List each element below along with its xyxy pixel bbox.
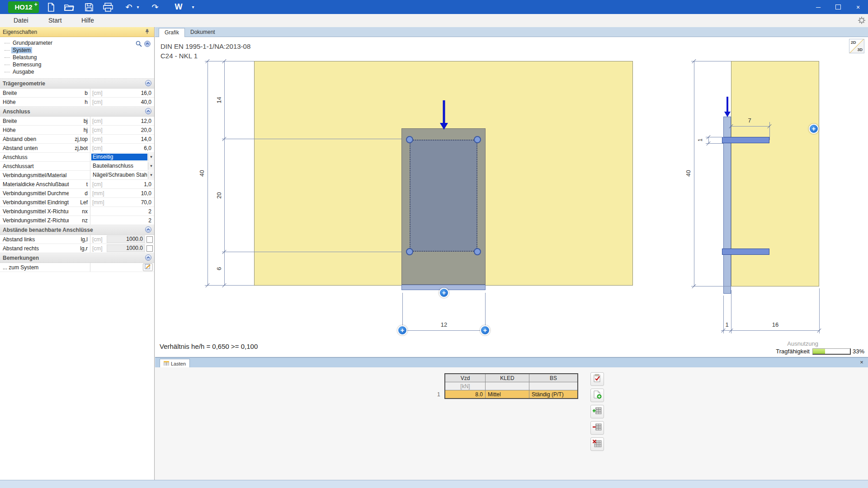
- materialdicke-input[interactable]: [cm]1,0: [90, 180, 154, 188]
- menu-bar: Datei Start Hilfe: [0, 14, 868, 28]
- abstand-rechts-checkbox[interactable]: [146, 245, 153, 252]
- table-row-plus-icon: [593, 407, 602, 416]
- search-button[interactable]: [136, 41, 142, 49]
- eindringtiefe-input[interactable]: [mm]70,0: [90, 198, 154, 206]
- tab-grafik[interactable]: Grafik: [159, 28, 185, 38]
- section-anschluss: Anschluss: [0, 107, 154, 117]
- design-code-text: DIN EN 1995-1-1/NA:2013-08: [160, 42, 250, 50]
- load-vzd-cell[interactable]: 8.0: [445, 390, 486, 399]
- view-2d3d-toggle[interactable]: 2D 3D: [849, 39, 864, 53]
- abstand-oben-input[interactable]: [cm]14,0: [90, 135, 154, 143]
- save-floppy-icon: [85, 3, 94, 12]
- undo-button[interactable]: ↶: [123, 1, 135, 13]
- word-icon: W: [175, 2, 183, 12]
- new-file-button[interactable]: [45, 1, 57, 13]
- col-header-vzd: Vzd: [445, 374, 486, 382]
- abstand-links-input[interactable]: 1000.0: [107, 235, 145, 243]
- app-logo-ho12: HO12 +: [8, 1, 39, 13]
- verbindungsmittel-material-select[interactable]: Nägel/Schrauben Stahl/H ▾: [90, 171, 154, 179]
- close-button[interactable]: ×: [848, 0, 868, 14]
- tree-item-grundparameter[interactable]: Grundparameter: [0, 39, 154, 47]
- add-button-bottom-right[interactable]: +: [480, 325, 490, 335]
- table-delete-icon: [593, 440, 602, 449]
- edit-remark-button[interactable]: [143, 263, 153, 271]
- menu-hilfe[interactable]: Hilfe: [76, 14, 99, 27]
- pin-button[interactable]: [144, 28, 151, 35]
- toolbar-options-button[interactable]: ▾: [190, 1, 196, 13]
- ratio-status-text: Verhältnis he/h = 0,650 >= 0,100: [160, 343, 258, 350]
- material-class-text: C24 - NKL 1: [160, 52, 198, 60]
- insert-row-button[interactable]: [590, 405, 604, 418]
- table-row-minus-icon: [593, 423, 602, 432]
- abstand-unten-input[interactable]: [cm]6,0: [90, 144, 154, 152]
- menu-datei[interactable]: Datei: [8, 14, 34, 27]
- pin-icon: [144, 29, 150, 36]
- maximize-button[interactable]: [828, 0, 848, 14]
- status-bar: [0, 480, 868, 488]
- property-row-anschluss: Anschluss Einseitig ▾: [0, 153, 154, 162]
- dropdown-caret-icon[interactable]: ▾: [148, 171, 154, 179]
- app-logo-plus: +: [34, 0, 38, 10]
- edit-loads-button[interactable]: [590, 372, 604, 386]
- abstand-rechts-field: [cm] 1000.0: [90, 244, 154, 253]
- fastener-bottom-right: [474, 248, 481, 255]
- redo-button[interactable]: ↷: [149, 1, 161, 13]
- tree-item-bemessung[interactable]: Bemessung: [0, 61, 154, 68]
- anschlussart-select[interactable]: Bauteilanschluss ▾: [90, 162, 154, 170]
- open-file-button[interactable]: [63, 1, 75, 13]
- breite-bj-input[interactable]: [cm]12,0: [90, 117, 154, 125]
- connection-area[interactable]: [410, 140, 477, 252]
- delete-row-button[interactable]: [590, 421, 604, 435]
- anschluss-select[interactable]: Einseitig ▾: [90, 153, 154, 161]
- load-kled-cell[interactable]: Mittel: [486, 390, 529, 399]
- col-header-bs: BS: [529, 374, 578, 382]
- load-row-number: 1: [437, 391, 440, 398]
- utilization-label: Tragfähigkeit: [776, 348, 810, 355]
- tree-item-belastung[interactable]: Belastung: [0, 54, 154, 61]
- fastener-top-right: [474, 136, 481, 143]
- nx-input[interactable]: 2: [90, 207, 154, 216]
- collapse-section-button[interactable]: [145, 80, 151, 86]
- tree-connector: [5, 72, 10, 72]
- abstand-links-checkbox[interactable]: [146, 236, 153, 243]
- property-row-verbindungsmittel-material: Verbindungsmittel/Material Nägel/Schraub…: [0, 171, 154, 180]
- hoehe-h-input[interactable]: [cm]40,0: [90, 98, 154, 106]
- minimize-button[interactable]: ─: [808, 0, 828, 14]
- add-button-bottom-left[interactable]: +: [397, 325, 407, 335]
- close-loads-panel-button[interactable]: ×: [858, 359, 865, 366]
- dropdown-caret-icon[interactable]: ▾: [148, 162, 154, 170]
- property-row-anschlussart: Anschlussart Bauteilanschluss ▾: [0, 162, 154, 171]
- dim-line: [694, 61, 694, 286]
- collapse-section-button[interactable]: [145, 226, 151, 233]
- abstand-rechts-input[interactable]: 1000.0: [107, 244, 145, 252]
- property-row-abstand-unten: Abstand untenzj,bot [cm]6,0: [0, 144, 154, 153]
- property-row-durchmesser: Verbindungsmittel Durchmesserd [mm]10,0: [0, 189, 154, 198]
- nz-input[interactable]: 2: [90, 216, 154, 225]
- save-button[interactable]: [83, 1, 95, 13]
- tree-item-system[interactable]: System: [0, 47, 154, 54]
- bemerkung-field[interactable]: [90, 263, 154, 272]
- dropdown-caret-icon[interactable]: ▾: [148, 153, 154, 161]
- tab-dokument[interactable]: Dokument: [185, 28, 221, 37]
- dim-line: [731, 126, 769, 127]
- settings-button[interactable]: [858, 17, 866, 25]
- undo-dropdown-button[interactable]: ▾: [135, 1, 141, 13]
- collapse-section-button[interactable]: [145, 108, 151, 114]
- add-load-case-button[interactable]: [590, 389, 604, 402]
- load-bs-cell[interactable]: Ständig (P/T): [529, 390, 578, 399]
- breite-b-input[interactable]: [cm]16,0: [90, 89, 154, 97]
- tab-lasten[interactable]: Lasten: [160, 359, 190, 368]
- tree-item-ausgabe[interactable]: Ausgabe: [0, 68, 154, 75]
- hoehe-hj-input[interactable]: [cm]20,0: [90, 126, 154, 134]
- collapse-all-button[interactable]: [144, 41, 151, 49]
- word-export-button[interactable]: W: [173, 1, 184, 13]
- collapse-section-button[interactable]: [145, 254, 151, 261]
- menu-start[interactable]: Start: [43, 14, 67, 27]
- property-row-breite-b: Breiteb [cm]16,0: [0, 89, 154, 98]
- print-button[interactable]: [102, 1, 114, 13]
- durchmesser-input[interactable]: [mm]10,0: [90, 189, 154, 197]
- add-button-side-view[interactable]: +: [809, 124, 819, 134]
- add-button-bottom-center[interactable]: +: [439, 288, 449, 298]
- property-row-breite-bj: Breitebj [cm]12,0: [0, 117, 154, 126]
- delete-all-rows-button[interactable]: [590, 437, 604, 451]
